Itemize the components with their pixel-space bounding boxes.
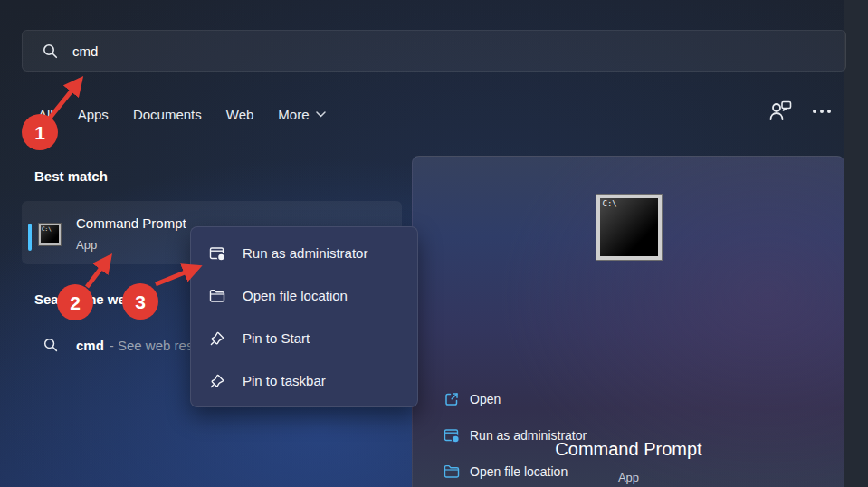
action-label: Open file location (470, 464, 568, 479)
run-as-administrator-icon (209, 245, 227, 262)
feedback-person-chat-icon[interactable] (768, 100, 793, 123)
tab-all[interactable]: All (38, 107, 53, 122)
action-label: Open (470, 392, 501, 406)
menu-item-label: Open file location (243, 288, 348, 303)
action-open[interactable]: Open (413, 381, 844, 417)
tab-more[interactable]: More (278, 107, 325, 122)
search-bar[interactable] (22, 30, 846, 72)
menu-item-run-as-administrator[interactable]: Run as administrator (191, 232, 417, 274)
divider (424, 368, 827, 368)
search-the-web-heading: Search the web (34, 291, 134, 307)
menu-item-pin-to-start[interactable]: Pin to Start (191, 317, 417, 359)
menu-item-open-file-location[interactable]: Open file location (191, 274, 417, 317)
menu-item-label: Pin to taskbar (243, 373, 326, 388)
context-menu: Run as administrator Open file location … (190, 226, 418, 407)
menu-item-label: Pin to Start (243, 330, 310, 346)
pin-icon (209, 373, 227, 389)
tab-apps[interactable]: Apps (78, 107, 109, 122)
more-options-icon[interactable] (811, 104, 833, 119)
folder-icon (444, 464, 460, 479)
command-prompt-icon: C:\ (39, 224, 61, 245)
menu-item-label: Run as administrator (243, 245, 367, 261)
pin-icon (209, 330, 227, 347)
preview-actions: Open Run as administrator Open file loca… (413, 381, 844, 487)
command-prompt-icon-large: C:\ (596, 195, 662, 260)
open-icon (444, 391, 460, 407)
folder-icon (209, 289, 227, 303)
result-subtitle: App (76, 238, 97, 252)
header-actions (768, 100, 833, 123)
run-as-administrator-icon (444, 427, 460, 444)
search-icon (43, 43, 58, 59)
menu-item-pin-to-taskbar[interactable]: Pin to taskbar (191, 359, 417, 402)
search-filter-tabs: All Apps Documents Web More (38, 103, 326, 125)
best-match-heading: Best match (34, 168, 108, 184)
action-open-file-location[interactable]: Open file location (413, 454, 844, 487)
tab-documents[interactable]: Documents (133, 107, 202, 122)
search-icon (43, 338, 58, 352)
action-label: Run as administrator (470, 428, 587, 443)
action-run-as-administrator[interactable]: Run as administrator (413, 417, 844, 454)
search-input[interactable] (72, 43, 706, 59)
selection-accent-bar (28, 224, 32, 251)
result-title: Command Prompt (76, 215, 186, 231)
chevron-down-icon (316, 111, 326, 118)
tab-web[interactable]: Web (226, 107, 254, 122)
web-suggestion-query: cmd (76, 338, 104, 353)
preview-panel: C:\ Command Prompt App Open Run a (412, 156, 844, 487)
